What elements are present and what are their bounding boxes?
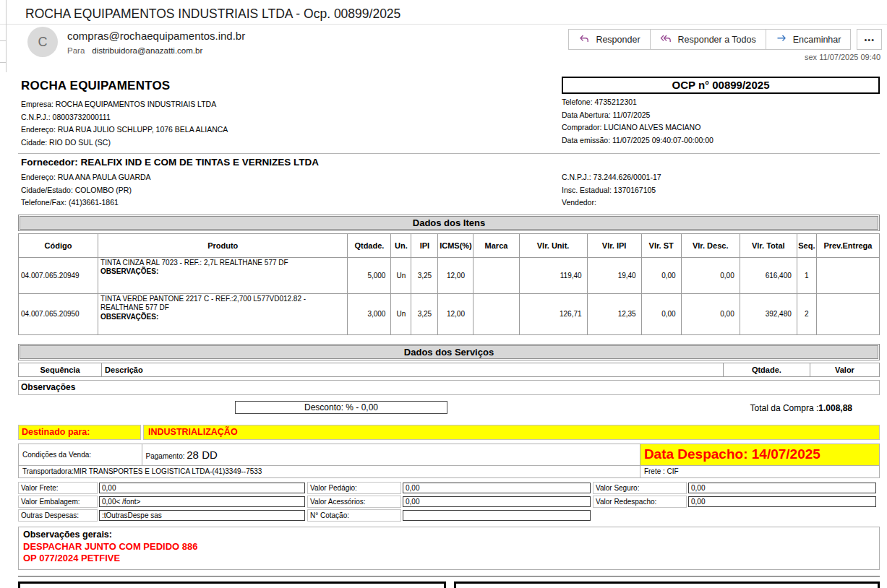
item-row: 04.007.065.20950 TINTA VERDE PANTONE 221…	[19, 293, 880, 334]
item-qtdade: 5,000	[348, 257, 391, 293]
item-codigo: 04.007.065.20950	[19, 293, 98, 334]
total-value: 1.008,88	[818, 403, 852, 413]
nota-fiscal-box: Dados para Nota Fiscal	[18, 581, 446, 588]
frete: Frete : CIF	[640, 465, 879, 477]
item-vlr-st: 0,00	[641, 257, 681, 293]
recipient-line: Paradistribuidora@anazatti.com.br	[67, 46, 202, 55]
valor-redespacho-box: 0,00	[688, 496, 876, 507]
supplier-title: Fornecedor: REALFIX IND E COM DE TINTAS …	[18, 157, 880, 168]
supplier-vendedor: Vendedor:	[562, 196, 880, 209]
services-header-row: Sequência Descrição Qtdade. Valor	[19, 363, 880, 376]
valor-embalagem-label: Valor Embalagem:	[18, 496, 98, 508]
item-marca	[474, 257, 519, 293]
forward-label: Encaminhar	[793, 35, 841, 45]
item-row: 04.007.065.20949 TINTA CINZA RAL 7023 - …	[19, 257, 880, 293]
col-descricao: Descrição	[102, 363, 724, 376]
items-header-row: Código Produto Qtdade. Un. IPI ICMS(%) M…	[19, 233, 880, 257]
col-ipi: IPI	[411, 233, 438, 257]
valor-pedagio-label: Valor Pedágio:	[307, 482, 401, 494]
observacoes-strip: Observações	[18, 380, 880, 395]
col-marca: Marca	[474, 233, 519, 257]
item-vlr-ipi: 19,40	[587, 257, 641, 293]
item-qtdade: 3,000	[348, 293, 391, 334]
left-pane-edge-tick	[0, 62, 6, 63]
transport-row: Transportadora:MIR TRANSPORTES E LOGISTI…	[19, 465, 880, 477]
buyer-data-abertura: Data Abertura: 11/07/2025	[562, 109, 880, 122]
item-ipi: 3,25	[411, 257, 438, 293]
data-despacho: Data Despacho: 14/07/2025	[640, 444, 879, 465]
col-svc-qtdade: Qtdade.	[723, 363, 810, 376]
item-vlr-desc: 0,00	[681, 257, 740, 293]
item-observacoes-label: OBSERVAÇÕES:	[100, 267, 345, 277]
conditions-row: Condições da Venda: Pagamento: 28 DD Dat…	[19, 444, 880, 465]
col-vlr-unit: Vlr. Unit.	[519, 233, 587, 257]
left-pane-edge-tick	[0, 40, 6, 41]
reply-button[interactable]: Responder	[568, 29, 650, 50]
col-codigo: Código	[19, 233, 98, 257]
item-vlr-unit: 126,71	[519, 293, 587, 334]
footer-section: Dados para Nota Fiscal Condições para Fo…	[18, 581, 880, 588]
pagamento-label: Pagamento:	[146, 452, 185, 460]
destinado-label: Destinado para:	[18, 425, 141, 440]
conditions-table: Condições da Venda: Pagamento: 28 DD Dat…	[18, 444, 880, 478]
item-vlr-desc: 0,00	[681, 293, 740, 334]
values-grid: Valor Frete: 0,00 Valor Pedágio: 0,00 Va…	[18, 481, 880, 522]
col-un: Un.	[391, 233, 411, 257]
purchase-order-document: ROCHA EQUIPAMENTOS Empresa: ROCHA EQUIPA…	[18, 77, 880, 588]
sender-email[interactable]: compras@rochaequipamentos.ind.br	[67, 30, 245, 42]
email-subject: ROCHA EQUIPAMENTOS INDUSTRIAIS LTDA - Oc…	[25, 7, 400, 22]
supplier-section: Endereço: RUA ANA PAULA GUARDA Cidade/Es…	[18, 171, 880, 209]
col-vlr-total: Vlr. Total	[740, 233, 797, 257]
total-label: Total da Compra :	[750, 403, 819, 413]
section-divider	[18, 153, 880, 154]
destinado-value: INDUSTRIALIZAÇÃO	[143, 425, 880, 440]
ellipsis-icon: •••	[864, 35, 875, 44]
items-table: Código Produto Qtdade. Un. IPI ICMS(%) M…	[18, 233, 880, 335]
n-cotacao-label: N° Cotação:	[307, 509, 401, 522]
values-row: Valor Embalagem: 0,00< /font> Valor Aces…	[18, 495, 880, 509]
item-codigo: 04.007.065.20949	[19, 257, 98, 293]
observacao-geral-line: DESPACHAR JUNTO COM PEDIDO 886	[23, 541, 875, 553]
values-row: Valor Frete: 0,00 Valor Pedágio: 0,00 Va…	[18, 481, 880, 495]
services-table: Sequência Descrição Qtdade. Valor	[18, 363, 880, 377]
item-un: Un	[391, 257, 411, 293]
valor-pedagio-box: 0,00	[403, 483, 591, 493]
received-date: sex 11/07/2025 09:40	[805, 53, 880, 61]
supplier-cnpj: C.N.P.J.: 73.244.626/0001-17	[562, 171, 880, 184]
valor-redespacho-label: Valor Redespacho:	[593, 496, 687, 508]
item-icms: 12,00	[438, 293, 474, 334]
supplier-cidade-estado: Cidade/Estado: COLOMBO (PR)	[21, 184, 562, 197]
buyer-name: ROCHA EQUIPAMENTOS	[21, 79, 562, 93]
buyer-data-emissao: Data emissão: 11/07/2025 09:40:07-00:00:…	[562, 134, 880, 147]
col-svc-valor: Valor	[810, 363, 879, 376]
reply-all-label: Responder a Todos	[678, 35, 756, 45]
forward-icon	[776, 33, 787, 46]
item-un: Un	[391, 293, 411, 334]
services-title-bar: Dados dos Serviços	[20, 345, 878, 359]
destinado-row: Destinado para: INDUSTRIALIZAÇÃO	[18, 425, 880, 440]
reply-icon	[578, 33, 590, 46]
values-row: Outras Despesas: :tOutrasDespe sas N° Co…	[18, 509, 880, 522]
recipient-email[interactable]: distribuidora@anazatti.com.br	[92, 46, 202, 55]
item-produto: TINTA CINZA RAL 7023 - REF.: 2,7L REALTH…	[98, 257, 348, 293]
col-sequencia: Sequência	[19, 363, 102, 376]
col-vlr-ipi: Vlr. IPI	[587, 233, 641, 257]
item-produto-desc: TINTA CINZA RAL 7023 - REF.: 2,7L REALTH…	[100, 259, 345, 268]
buyer-cidade: Cidade: RIO DO SUL (SC)	[21, 137, 562, 150]
col-qtdade: Qtdade.	[348, 233, 391, 257]
more-actions-button[interactable]: •••	[857, 29, 882, 50]
n-cotacao-box	[403, 510, 591, 521]
buyer-telefone: Telefone: 4735212301	[562, 96, 880, 109]
valor-acessorios-box: 0,00	[403, 496, 591, 507]
reply-all-button[interactable]: Responder a Todos	[650, 29, 766, 50]
items-section: Dados dos Itens Código Produto Qtdade. U…	[18, 215, 880, 335]
sender-avatar[interactable]: C	[27, 27, 58, 57]
col-prev-entrega: Prev.Entrega	[816, 233, 879, 257]
valor-seguro-label: Valor Seguro:	[593, 482, 687, 494]
supplier-telefone-fax: Telefone/Fax: (41)3661-1861	[21, 196, 562, 209]
forward-button[interactable]: Encaminhar	[766, 29, 852, 50]
valor-embalagem-box: 0,00< /font>	[99, 496, 305, 507]
totals-row: Desconto: % - 0,00 Total da Compra :1.00…	[18, 401, 880, 418]
buyer-endereco: Endereço: RUA RUA JULIO SCHLUPP, 1076 BE…	[21, 124, 562, 137]
buyer-empresa: Empresa: ROCHA EQUIPAMENTOS INDUSTRIAIS …	[21, 98, 562, 111]
